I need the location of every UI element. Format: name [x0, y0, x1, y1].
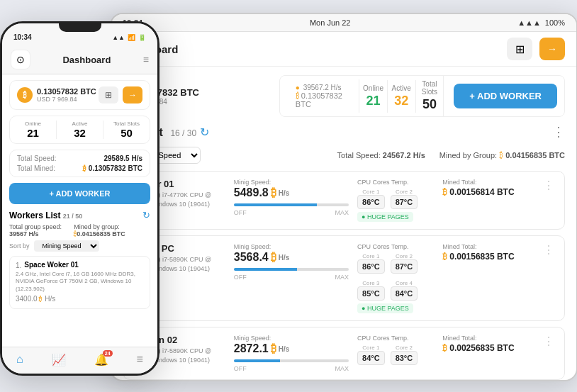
speed-slider[interactable]: [234, 268, 349, 271]
worker-cards-container: Woker 01 Core(TM) i7-4770K CPU @ 32GB Wi…: [123, 171, 565, 380]
phone-refresh-icon[interactable]: ↻: [142, 210, 150, 220]
speed-block: ● 39567.2 H/s ₿0.13057832 BTC: [287, 79, 359, 113]
cpu-cores: Core 1 86°C Core 2 87°C Core 3 85°C Core…: [357, 252, 434, 301]
phone-total-slots-stat: Total Slots 50: [103, 121, 150, 139]
phone-total-speed: Total Speed: 29589.5 H/s: [17, 155, 142, 162]
cpu-core-group: Core 1 84°C: [357, 344, 385, 365]
phone-nav-bell[interactable]: 🔔24: [94, 353, 108, 366]
tablet-header: Dashboard ⊞ →: [111, 32, 576, 67]
speed-slider[interactable]: [234, 203, 349, 206]
worker-speed-col: Minig Speed: 3568.4 ₿ H/s OFFMAX: [234, 243, 349, 281]
speed-slider-labels: OFFMAX: [234, 209, 349, 216]
tablet-status-right: ▲▲▲ 100%: [517, 18, 565, 27]
worker-mined-label: Mined Total:: [442, 179, 534, 186]
active-stat: Active 32: [388, 80, 416, 113]
phone-settings-icon[interactable]: ≡: [143, 54, 149, 65]
phone-sort-select[interactable]: Mining Speed: [34, 240, 99, 252]
core-label: Core 2: [391, 189, 418, 195]
phone-bottom-nav: ⌂ 📈 🔔24 ≡: [2, 347, 157, 374]
workers-count: 16 / 30: [170, 128, 196, 138]
phone-worker-name: Space Woker 01: [24, 261, 79, 269]
phone-group-mined: Mined by group: ₿0.04156835 BTC: [74, 223, 150, 237]
speed-btc: ₿0.13057832 BTC: [296, 91, 350, 108]
battery-icon: 100%: [545, 18, 565, 27]
core-label: Core 4: [391, 280, 418, 286]
core-label: Core 3: [357, 280, 385, 286]
add-worker-button[interactable]: + ADD WORKER: [454, 84, 557, 108]
active-value: 32: [388, 94, 415, 108]
qr-button[interactable]: ⊞: [507, 38, 532, 60]
phone-workers-title: Workers List 21 / 50: [9, 211, 82, 220]
arrow-button[interactable]: →: [539, 38, 565, 60]
refresh-icon[interactable]: ↻: [200, 126, 209, 138]
phone-time: 10:34: [13, 33, 32, 41]
phone-bell-badge: 24: [103, 350, 113, 357]
cpu-cores: Core 1 86°C Core 2 87°C: [357, 188, 434, 209]
phone-btc-left: ₿ 0.13057832 BTC USD 7 969.84: [17, 87, 96, 103]
cpu-core-group: Core 2 83°C: [391, 344, 418, 365]
phone-signal-icon: ▲▲: [112, 34, 125, 41]
phone-header: ⊙ Dashboard ≡: [2, 45, 157, 74]
phone-total-speed-value: 29589.5 H/s: [104, 155, 143, 162]
cpu-core-group: Core 2 87°C: [391, 252, 418, 274]
worker-cpu-col: CPU Cores Temp. Core 1 86°C Core 2 87°C …: [357, 243, 434, 313]
worker-mined-label: Mined Total:: [442, 335, 534, 342]
phone-add-worker-button[interactable]: + ADD WORKER: [9, 183, 150, 204]
tablet-status-bar: 10:34 Mon Jun 22 ▲▲▲ 100%: [111, 14, 576, 32]
phone-btc-icon: ₿: [17, 87, 33, 103]
worker-speed-col: Minig Speed: 5489.8 ₿ H/s OFFMAX: [234, 179, 349, 216]
phone-stats-row: Online 21 Active 32 Total Slots 50: [9, 116, 150, 144]
phone-speed-row: 3400.0 ₿ H/s: [16, 295, 144, 303]
total-slots-value: 50: [416, 97, 444, 112]
workers-total: Total Speed: 24567.2 H/s Mined by Group:…: [337, 151, 565, 159]
core-value: 85°C: [357, 286, 385, 301]
phone-battery-icon: 🔋: [138, 34, 146, 41]
phone-qr-button[interactable]: ⊞: [99, 86, 118, 103]
phone-wifi-icon: 📶: [128, 34, 135, 41]
worker-card-1: Home PC Core(TM) i7-5890K CPU @ 64GB Win…: [123, 235, 565, 321]
core-value: 84°C: [357, 351, 385, 365]
worker-mined-value: ₿ 0.00156814 BTC: [442, 187, 534, 197]
tablet-date: Mon Jun 22: [310, 18, 350, 27]
phone-arrow-button[interactable]: →: [123, 86, 142, 103]
phone-total-slots-value: 50: [103, 127, 150, 139]
worker-cpu-label: CPU Cores Temp.: [357, 179, 434, 186]
phone-online-value: 21: [10, 127, 56, 139]
phone-worker-spec: 2.4 GHz, Intel Core i7, 16 GB 1600 MHz D…: [16, 271, 144, 293]
phone-workers-speed-row: Total group speed: 39567 H/s Mined by gr…: [9, 223, 150, 237]
core-value: 86°C: [357, 195, 385, 209]
phone-btc-action-icons: ⊞ →: [99, 86, 142, 103]
tablet-body: ₿0.13057832 BTC USD 7 969.84 ● 39567.2 H…: [111, 67, 576, 381]
phone-btc-info: 0.13057832 BTC USD 7 969.84: [37, 87, 96, 103]
phone-nav-home[interactable]: ⌂: [16, 353, 23, 366]
worker-speed-value: 2872.1 ₿ H/s: [234, 342, 349, 355]
total-speed-label: Total Speed: 24567.2 H/s: [337, 151, 425, 159]
worker-more-icon[interactable]: ⋮: [543, 243, 554, 257]
online-value: 21: [359, 94, 387, 108]
speed-slider-labels: OFFMAX: [234, 365, 349, 372]
worker-speed-label: Minig Speed:: [234, 335, 349, 342]
phone-total-row: Total Speed: 29589.5 H/s Total Mined: ₿0…: [9, 150, 150, 177]
phone-nav-chart[interactable]: 📈: [52, 353, 66, 366]
phone-notch: [59, 23, 101, 32]
worker-more-icon[interactable]: ⋮: [543, 179, 554, 192]
phone-body: ₿ 0.13057832 BTC USD 7 969.84 ⊞ → Online…: [2, 74, 157, 318]
add-worker-container: + ADD WORKER: [444, 84, 557, 108]
phone-btc-main: 0.13057832 BTC: [37, 87, 96, 96]
phone-nav-menu[interactable]: ≡: [137, 353, 143, 366]
core-value: 86°C: [357, 259, 385, 274]
btc-speed-row: ₿0.13057832 BTC USD 7 969.84 ● 39567.2 H…: [123, 75, 565, 117]
phone-sort-row: Sort by Mining Speed: [9, 240, 150, 252]
phone-online-stat: Online 21: [10, 121, 57, 139]
speed-label: ● 39567.2 H/s: [296, 84, 350, 91]
phone-title: Dashboard: [62, 55, 111, 65]
worker-mined-col: Mined Total: ₿ 0.00156835 BTC: [442, 243, 534, 262]
worker-more-icon[interactable]: ⋮: [543, 335, 554, 348]
cpu-cores: Core 1 84°C Core 2 83°C: [357, 344, 434, 365]
cpu-core-group: Core 1 86°C: [357, 252, 385, 274]
workers-list-header: ers List 16 / 30 ↻ ⋮: [123, 124, 565, 140]
speed-slider[interactable]: [234, 359, 349, 362]
more-icon[interactable]: ⋮: [552, 124, 565, 140]
core-label: Core 2: [391, 345, 418, 351]
cpu-core-group: Core 4 84°C: [391, 279, 418, 301]
